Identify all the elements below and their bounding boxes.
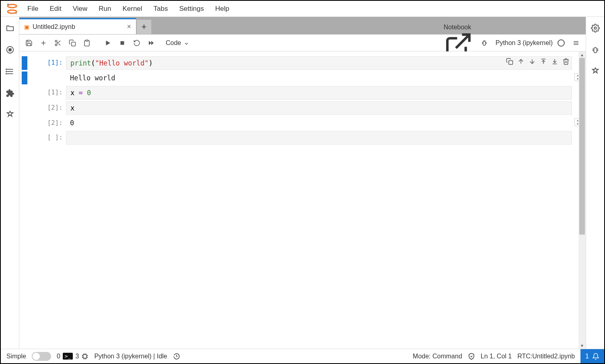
stop-button[interactable]	[116, 37, 129, 49]
svg-marker-23	[149, 41, 151, 45]
history-icon[interactable]	[173, 353, 180, 360]
restart-button[interactable]	[130, 37, 143, 49]
code-cell[interactable]: [1]: print("Hello world")	[22, 56, 572, 70]
menu-tabs[interactable]: Tabs	[148, 2, 174, 15]
mode-text[interactable]: Mode: Command	[413, 353, 462, 360]
notebook-icon: ▣	[24, 24, 29, 30]
inspector-icon[interactable]	[5, 110, 15, 120]
menu-file[interactable]: File	[22, 2, 44, 15]
run-button[interactable]	[101, 37, 114, 49]
run-all-button[interactable]	[145, 37, 158, 49]
simple-label: Simple	[6, 353, 26, 360]
notebook-label: Notebook	[444, 24, 471, 31]
folder-icon[interactable]	[5, 23, 15, 33]
menubar: FileEditViewRunKernelTabsSettingsHelp	[1, 1, 604, 17]
insert-above-icon[interactable]	[540, 58, 547, 65]
kernel-status-icon[interactable]	[558, 39, 565, 47]
svg-point-0	[8, 4, 16, 8]
cell-toolbar	[506, 58, 570, 65]
svg-rect-19	[72, 42, 76, 46]
left-sidebar	[1, 17, 19, 349]
bell-icon	[592, 353, 599, 360]
svg-rect-44	[594, 48, 597, 53]
bug-icon[interactable]	[478, 37, 491, 49]
extensions-icon[interactable]	[5, 88, 15, 98]
code-cell[interactable]: [2]: x	[22, 101, 572, 115]
running-icon[interactable]	[5, 45, 15, 55]
kernel-name[interactable]: Python 3 (ipykernel)	[496, 39, 553, 47]
notifications-button[interactable]: 1	[580, 349, 604, 363]
cell-output: Hello world	[66, 72, 572, 84]
delete-cell-icon[interactable]	[562, 58, 570, 65]
property-inspector-icon[interactable]	[591, 23, 600, 33]
new-tab-button[interactable]: +	[137, 20, 151, 34]
simple-toggle[interactable]	[32, 352, 51, 361]
svg-point-14	[55, 40, 57, 42]
notebook-tab[interactable]: ▣ Untitled2.ipynb ×	[19, 18, 136, 34]
duplicate-cell-icon[interactable]	[506, 58, 513, 65]
rtc-label[interactable]: RTC:Untitled2.ipynb	[517, 353, 575, 360]
svg-point-1	[8, 10, 16, 13]
cursor-position[interactable]: Ln 1, Col 1	[481, 353, 512, 360]
svg-point-15	[55, 44, 57, 46]
move-down-icon[interactable]	[529, 58, 536, 65]
svg-rect-22	[121, 41, 124, 45]
svg-line-18	[57, 42, 58, 43]
output-row: [2]: 0 ▴▾	[22, 117, 572, 129]
svg-line-17	[59, 43, 60, 45]
right-sidebar	[586, 17, 604, 349]
scroll-down-icon[interactable]: ▼	[578, 342, 586, 349]
chip-icon	[81, 353, 88, 360]
save-button[interactable]	[23, 37, 35, 49]
insert-below-icon[interactable]	[551, 58, 558, 65]
svg-point-2	[7, 4, 9, 5]
scrollbar[interactable]: ▲ ▼	[578, 51, 586, 349]
cell-type-select[interactable]: Code	[163, 38, 193, 48]
scroll-up-icon[interactable]: ▲	[578, 51, 586, 58]
cell-prompt: [ ]:	[27, 131, 66, 145]
notification-count: 1	[585, 353, 589, 360]
cell-prompt: [2]:	[27, 101, 66, 115]
svg-rect-26	[483, 41, 486, 45]
code-input[interactable]: x = 0	[66, 86, 572, 100]
menu-view[interactable]: View	[67, 2, 93, 15]
notebook-area[interactable]: [1]: print("Hello world") Hello world ▴▾…	[19, 51, 586, 349]
scrollbar-thumb[interactable]	[579, 58, 585, 235]
copy-button[interactable]	[66, 37, 79, 49]
main-row: ▣ Untitled2.ipynb × + Code	[1, 17, 604, 349]
code-input[interactable]	[66, 131, 572, 145]
move-up-icon[interactable]	[517, 58, 525, 65]
svg-rect-36	[509, 61, 513, 65]
menu-help[interactable]: Help	[210, 2, 235, 15]
code-input[interactable]: print("Hello world")	[66, 56, 572, 70]
menu-edit[interactable]: Edit	[44, 2, 67, 15]
sessions-icon[interactable]	[591, 67, 600, 76]
code-cell[interactable]: [ ]:	[22, 131, 572, 145]
code-input[interactable]: x	[66, 101, 572, 115]
center-column: ▣ Untitled2.ipynb × + Code	[19, 17, 586, 349]
svg-marker-21	[106, 41, 111, 45]
more-menu-icon[interactable]	[570, 37, 582, 49]
svg-rect-20	[86, 40, 88, 41]
close-icon[interactable]: ×	[127, 22, 131, 31]
menu-kernel[interactable]: Kernel	[117, 2, 148, 15]
svg-line-25	[456, 35, 469, 48]
menu-run[interactable]: Run	[93, 2, 117, 15]
paste-button[interactable]	[80, 37, 93, 49]
statusbar: Simple 0 >_ 3 Python 3 (ipykernel) | Idl…	[1, 349, 604, 363]
cell-prompt: [1]:	[27, 56, 66, 70]
code-cell[interactable]: [1]: x = 0	[22, 86, 572, 100]
cell-output: 0	[66, 117, 572, 129]
svg-marker-24	[151, 41, 154, 45]
debugger-icon[interactable]	[591, 45, 600, 55]
cell-prompt: [2]:	[27, 117, 66, 129]
tab-title: Untitled2.ipynb	[33, 23, 75, 31]
add-cell-button[interactable]	[37, 37, 50, 49]
trust-icon[interactable]	[468, 353, 475, 360]
menu-settings[interactable]: Settings	[174, 2, 210, 15]
toc-icon[interactable]	[5, 67, 15, 76]
cut-button[interactable]	[51, 37, 64, 49]
svg-rect-49	[83, 354, 87, 358]
kernel-status-text[interactable]: Python 3 (ipykernel) | Idle	[94, 353, 167, 360]
tabs-count[interactable]: 0 >_ 3	[57, 353, 88, 360]
